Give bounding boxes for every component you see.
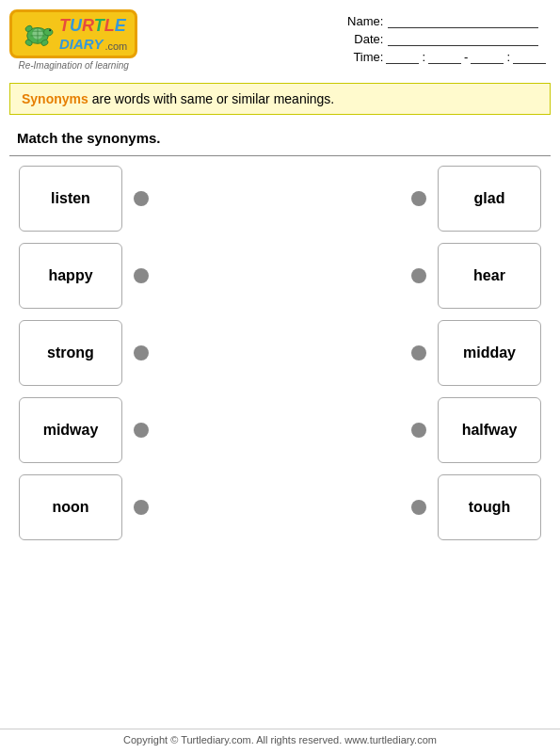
time-label: Time: bbox=[345, 50, 383, 64]
right-section-3: halfway bbox=[411, 397, 541, 463]
left-word-0: listen bbox=[51, 190, 90, 207]
time-blank-4 bbox=[513, 51, 546, 64]
right-card-1: hear bbox=[438, 243, 541, 309]
right-word-3: halfway bbox=[462, 422, 518, 439]
right-dot-2[interactable] bbox=[411, 345, 426, 360]
left-card-1: happy bbox=[19, 243, 122, 309]
left-dot-0[interactable] bbox=[134, 191, 149, 206]
matching-area: listen glad happy hear s bbox=[0, 166, 560, 540]
right-dot-4[interactable] bbox=[411, 500, 426, 515]
left-card-0: listen bbox=[19, 166, 122, 232]
match-row-4: noon tough bbox=[19, 474, 541, 540]
svg-point-3 bbox=[49, 29, 51, 31]
left-section-3: midway bbox=[19, 397, 149, 463]
right-section-4: tough bbox=[411, 474, 541, 540]
left-section-1: happy bbox=[19, 243, 149, 309]
time-blank-1 bbox=[386, 51, 419, 64]
left-word-3: midway bbox=[43, 422, 99, 439]
date-underline bbox=[388, 33, 538, 46]
match-row-1: happy hear bbox=[19, 243, 541, 309]
time-blank-2 bbox=[428, 51, 461, 64]
time-blank-3 bbox=[471, 51, 504, 64]
date-row: Date: bbox=[345, 32, 546, 46]
logo-box: TURTLE DIARY .com bbox=[9, 9, 137, 58]
right-word-2: midday bbox=[463, 344, 516, 361]
right-section-1: hear bbox=[411, 243, 541, 309]
divider bbox=[9, 155, 551, 156]
left-section-0: listen bbox=[19, 166, 149, 232]
right-dot-3[interactable] bbox=[411, 423, 426, 438]
synonyms-highlight: Synonyms bbox=[22, 91, 88, 106]
right-card-3: halfway bbox=[438, 397, 541, 463]
right-section-2: midday bbox=[411, 320, 541, 386]
svg-point-2 bbox=[44, 28, 53, 36]
left-card-4: noon bbox=[19, 474, 122, 540]
turtle-icon bbox=[20, 20, 56, 48]
right-dot-1[interactable] bbox=[411, 268, 426, 283]
date-label: Date: bbox=[345, 32, 383, 46]
logo-com: .com bbox=[104, 40, 127, 52]
left-card-3: midway bbox=[19, 397, 122, 463]
left-word-2: strong bbox=[47, 344, 94, 361]
left-card-2: strong bbox=[19, 320, 122, 386]
name-row: Name: bbox=[345, 14, 546, 28]
right-section-0: glad bbox=[411, 166, 541, 232]
logo-tagline: Re-Imagination of learning bbox=[18, 60, 128, 71]
match-row-3: midway halfway bbox=[19, 397, 541, 463]
right-word-0: glad bbox=[474, 190, 505, 207]
left-dot-1[interactable] bbox=[134, 268, 149, 283]
definition-banner: Synonyms are words with same or similar … bbox=[9, 83, 551, 115]
form-fields: Name: Date: Time: : - : bbox=[345, 9, 546, 64]
left-dot-3[interactable] bbox=[134, 423, 149, 438]
left-dot-2[interactable] bbox=[134, 345, 149, 360]
right-word-1: hear bbox=[473, 267, 505, 284]
logo-letters: TURTLE bbox=[59, 16, 126, 36]
left-section-4: noon bbox=[19, 474, 149, 540]
right-card-0: glad bbox=[438, 166, 541, 232]
logo-area: TURTLE DIARY .com Re-Imagination of lear… bbox=[9, 9, 137, 71]
match-row-0: listen glad bbox=[19, 166, 541, 232]
right-word-4: tough bbox=[469, 499, 510, 516]
match-row-2: strong midday bbox=[19, 320, 541, 386]
right-card-4: tough bbox=[438, 474, 541, 540]
time-row: Time: : - : bbox=[345, 50, 546, 64]
right-card-2: midday bbox=[438, 320, 541, 386]
right-dot-0[interactable] bbox=[411, 191, 426, 206]
name-label: Name: bbox=[345, 14, 383, 28]
left-word-4: noon bbox=[52, 499, 88, 516]
header: TURTLE DIARY .com Re-Imagination of lear… bbox=[0, 0, 560, 75]
left-word-1: happy bbox=[48, 267, 92, 284]
name-underline bbox=[388, 15, 538, 28]
left-section-2: strong bbox=[19, 320, 149, 386]
footer: Copyright © Turtlediary.com. All rights … bbox=[0, 729, 560, 745]
banner-text: are words with same or similar meanings. bbox=[92, 91, 335, 106]
left-dot-4[interactable] bbox=[134, 500, 149, 515]
instructions: Match the synonyms. bbox=[0, 122, 560, 153]
